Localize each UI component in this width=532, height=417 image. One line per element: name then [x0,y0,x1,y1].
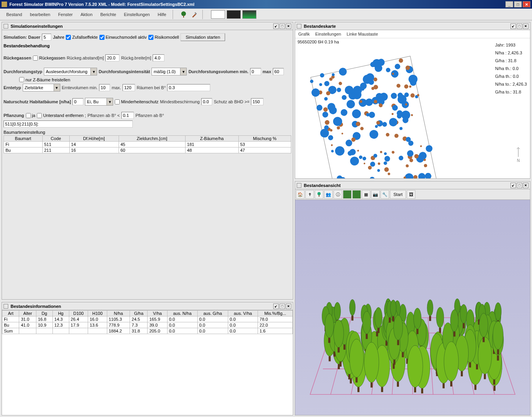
erntevol-max-input[interactable] [123,84,135,91]
svg-point-100 [360,126,364,130]
panel-close-icon[interactable]: ✕ [286,23,291,29]
table-row[interactable]: Fi31.016.814.326.416.01105.324.5165.90.0… [2,316,293,322]
mindest-input[interactable] [201,98,212,105]
menu-berichte[interactable]: Berichte [96,11,120,18]
thumb-3[interactable] [242,10,256,19]
unterstand-check[interactable]: Unterstand entfernen ; [37,113,86,118]
svg-rect-1 [183,16,184,18]
svg-point-369 [334,320,344,347]
menu-einstellungen[interactable]: Einstellungen [120,11,154,18]
svg-rect-256 [366,334,368,339]
window-title: Forest Simulator BWINPro 7 Version 7.5.2… [9,2,505,7]
grid-icon[interactable]: ▦ [362,190,370,199]
map-menu-maustaste[interactable]: Linke Maustaste [346,32,378,36]
schutz-bhd-input[interactable] [251,98,263,105]
ingrowth-check[interactable]: Einwuchsmodell aktiv [99,35,147,40]
panel-max-icon[interactable]: □ [280,304,285,309]
menu-bestand[interactable]: Bestand [2,11,26,18]
svg-point-155 [404,84,409,89]
random-check[interactable]: Zufallseffekte [66,35,97,40]
svg-point-166 [319,83,323,86]
people-icon[interactable]: 👥 [324,190,333,199]
schutz-bhd-label: Schutz ab BHD >= [214,99,249,104]
cross-icon[interactable]: ✝ [305,190,314,199]
info-icon[interactable]: ⓘ [334,190,342,199]
erntetyp-combo[interactable]: Zielstärke▾ [23,84,60,92]
menu-aktion[interactable]: Aktion [77,11,97,18]
svg-point-293 [350,300,355,316]
durchf-vol-min-input[interactable] [250,68,261,75]
panel-close-icon[interactable]: ✕ [523,183,528,188]
maximize-button[interactable]: □ [514,1,522,7]
table-row[interactable]: Bu41.010.912.317.913.6778.97.339.00.00.0… [2,322,293,328]
ruckegassen-check[interactable]: Rückegassen [33,56,65,61]
close-button[interactable]: ✕ [523,1,530,7]
home-icon[interactable]: 🏠 [296,190,305,199]
map-menu-einstellungen[interactable]: Einstellungen [315,32,341,36]
menu-fenster[interactable]: Fenster [54,11,76,18]
durchf-int-combo[interactable]: mäßig (1.0)▾ [151,68,187,75]
raumen-input[interactable] [167,84,210,91]
view3d-canvas[interactable] [295,200,530,415]
habitat-input[interactable] [72,98,83,105]
wrench-icon[interactable]: 🔧 [381,190,389,199]
panel-min-icon[interactable]: ↙ [273,304,279,309]
durchf-vol-max-input[interactable] [273,68,284,75]
panel-max-icon[interactable]: □ [517,183,522,188]
svg-rect-322 [343,345,345,350]
svg-point-0 [181,11,186,16]
svg-rect-175 [319,195,319,197]
svg-point-401 [479,313,488,337]
panel-max-icon[interactable]: □ [517,23,522,29]
panel-min-icon[interactable]: ↙ [510,23,516,29]
pflanzen-ab-input[interactable] [121,112,134,119]
planting-rule-input[interactable] [4,120,133,128]
risk-check[interactable]: Risikomodell [148,35,179,40]
green2-icon[interactable] [352,190,361,199]
table-header: aus. N/ha [167,311,197,316]
ja-check[interactable]: ja [26,113,36,118]
svg-point-109 [349,156,360,166]
menu-bearbeiten[interactable]: bearbeiten [26,11,54,18]
panel-max-icon[interactable]: □ [280,23,285,29]
svg-point-339 [334,302,341,320]
panel-min-icon[interactable]: ↙ [273,23,279,29]
svg-point-14 [357,149,359,151]
panel-min-icon[interactable]: ↙ [510,183,516,188]
durchf-typ-combo[interactable]: Auslesedurchforstung▾ [44,68,97,75]
camera-icon[interactable]: 📷 [371,190,380,199]
texture-icon[interactable]: 🖼 [407,190,415,199]
ruckeg-breite-input[interactable] [153,54,164,61]
erntevol-min-input[interactable] [99,84,110,91]
thumb-1[interactable] [211,10,225,19]
panel-close-icon[interactable]: ✕ [286,304,291,309]
minderheit-check[interactable]: Minderheitenschutz [115,99,158,104]
only-z-check[interactable]: nur Z-Bäume freistellen [19,77,70,82]
minimize-button[interactable]: _ [505,1,513,7]
panel-close-icon[interactable]: ✕ [523,23,528,29]
species-combo[interactable]: Ei, Bu▾ [85,98,113,106]
erntevol-max-label: max. [112,85,121,90]
table-row[interactable]: Fi511144518153 [4,142,291,147]
start-simulation-button[interactable]: Simulation starten [180,33,225,41]
svg-point-168 [424,172,432,178]
svg-rect-248 [381,387,383,392]
table-row[interactable]: Bu21116604847 [4,147,291,153]
table-header: Zieldurchm.[cm] [119,136,185,142]
start-button[interactable]: Start [390,190,406,199]
thumb-2[interactable] [227,10,241,19]
ruckeg-abstand-input[interactable] [105,54,119,61]
svg-point-92 [399,58,404,63]
axe-icon[interactable] [190,10,199,19]
tree-icon[interactable] [179,10,188,19]
tree-map-svg[interactable] [299,46,448,178]
duration-input[interactable] [42,34,51,41]
svg-rect-268 [329,356,331,361]
menu-hilfe[interactable]: Hilfe [154,11,170,18]
table-row[interactable]: Sum1884.231.8205.00.00.00.01.6 [2,328,293,334]
svg-point-145 [351,109,362,119]
map-menu-grafik[interactable]: Grafik [298,32,310,36]
svg-rect-404 [355,377,357,383]
green1-icon[interactable] [343,190,352,199]
tree-icon[interactable] [315,190,323,199]
